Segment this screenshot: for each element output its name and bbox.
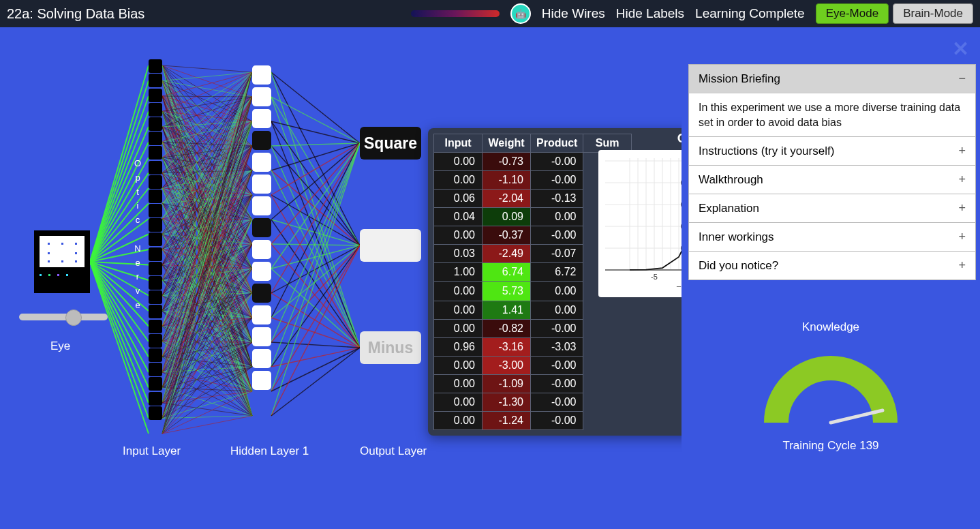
slider-thumb[interactable] [65,309,82,326]
svg-line-433 [271,143,360,342]
hidden-neuron[interactable] [252,218,271,237]
brain-mode-button[interactable]: Brain-Mode [893,3,973,24]
learning-complete-label: Learning Complete [695,6,805,21]
svg-line-422 [271,244,360,245]
minus-icon: − [958,72,966,86]
svg-line-399 [162,416,252,434]
input-neuron[interactable] [149,290,162,304]
hidden-neuron[interactable] [252,175,271,194]
input-neuron[interactable] [149,161,162,175]
input-neuron[interactable] [149,262,162,275]
hidden-neuron[interactable] [252,65,271,85]
accordion-body: In this experiment we use a more diverse… [689,93,975,136]
accordion-header[interactable]: Did you notice?+ [689,252,975,279]
input-neuron[interactable] [149,334,162,348]
table-row: 0.00-1.30-0.00 [434,393,632,412]
table-row: 0.00-0.82-0.00 [434,320,632,338]
input-neuron[interactable] [149,363,162,376]
input-neuron[interactable] [149,392,162,406]
input-neuron[interactable] [149,204,162,217]
accordion-header[interactable]: Mission Briefing− [689,65,975,93]
gradient-legend [411,10,500,17]
plus-icon: + [958,258,966,273]
table-row: 0.00-1.24-0.00 [434,412,632,430]
eye-image[interactable] [34,230,90,293]
knowledge-gauge [763,348,899,423]
hidden-neuron[interactable] [252,87,271,106]
input-neuron[interactable] [149,320,162,333]
output-layer-label: Output Layer [360,444,427,458]
accordion-header[interactable]: Inner workings+ [689,223,975,251]
mode-toggle: Eye-Mode Brain-Mode [816,3,973,24]
optic-nerve-label: OpticNerve [133,157,142,313]
accordion-header[interactable]: Walkthrough+ [689,166,975,194]
svg-line-420 [271,220,360,348]
input-neuron[interactable] [149,146,162,160]
input-layer-column [149,59,162,421]
hidden-neuron[interactable] [252,131,271,150]
plus-icon: + [958,201,966,215]
hidden-neuron[interactable] [252,240,271,259]
input-neuron[interactable] [149,247,162,261]
eye-mode-button[interactable]: Eye-Mode [816,3,889,24]
hidden-neuron[interactable] [252,305,271,324]
input-neuron[interactable] [149,377,162,391]
input-neuron[interactable] [149,59,162,73]
hidden-neuron[interactable] [252,262,271,281]
input-neuron[interactable] [149,132,162,145]
knowledge-section: Knowledge Training Cycle 139 [682,320,980,453]
plus-icon: + [958,172,966,187]
svg-text:-5: -5 [651,273,658,281]
input-neuron[interactable] [149,348,162,362]
output-square[interactable]: Square [360,127,421,160]
accordion-item: Explanation+ [688,194,976,223]
page-title: 22a: Solving Data Bias [7,6,144,22]
svg-line-428 [271,245,360,293]
eye-slider[interactable] [19,314,108,320]
hidden-neuron[interactable] [252,371,271,390]
svg-line-425 [271,245,360,269]
accordion-header[interactable]: Explanation+ [689,194,975,222]
hidden-layer-label: Hidden Layer 1 [230,444,309,458]
input-neuron[interactable] [149,175,162,189]
hidden-neuron[interactable] [252,109,271,128]
network-stage: Eye OpticNerve Square Minus Input Layer … [0,27,682,529]
input-neuron[interactable] [149,89,162,102]
accordion-header[interactable]: Instructions (try it yourself)+ [689,137,975,165]
robot-icon[interactable]: 🤖 [510,3,531,24]
input-neuron[interactable] [149,276,162,290]
plus-icon: + [958,144,966,158]
col-weight: Weight [483,134,531,153]
svg-line-409 [271,143,360,146]
hidden-neuron[interactable] [252,153,271,172]
close-icon[interactable]: ✕ [952,37,969,61]
input-neuron[interactable] [149,232,162,246]
hide-wires-button[interactable]: Hide Wires [542,6,605,21]
hide-labels-button[interactable]: Hide Labels [616,6,684,21]
hidden-neuron[interactable] [252,349,271,368]
eye-label: Eye [50,339,70,353]
accordion-item: Did you notice?+ [688,251,976,280]
table-row: 0.001.410.00 [434,301,632,320]
input-neuron[interactable] [149,190,162,203]
input-neuron[interactable] [149,406,162,420]
table-row: 0.00-3.00-0.00 [434,357,632,375]
accordion-item: Instructions (try it yourself)+ [688,136,976,166]
output-plus[interactable] [360,229,421,262]
svg-text:−: − [676,282,682,292]
input-neuron[interactable] [149,305,162,318]
hidden-neuron[interactable] [252,284,271,303]
output-minus[interactable]: Minus [360,331,421,364]
app-header: 22a: Solving Data Bias 🤖 Hide Wires Hide… [0,0,980,27]
input-neuron[interactable] [149,117,162,131]
side-panel: ✕ Mission Briefing−In this experiment we… [682,27,980,529]
input-neuron[interactable] [149,218,162,232]
input-neuron[interactable] [149,103,162,117]
accordion-item: Inner workings+ [688,222,976,252]
hidden-neuron[interactable] [252,327,271,346]
hidden-neuron[interactable] [252,196,271,215]
col-product: Product [531,134,583,153]
accordion-item: Walkthrough+ [688,165,976,194]
input-neuron[interactable] [149,74,162,87]
hidden-layer-column [252,63,271,393]
